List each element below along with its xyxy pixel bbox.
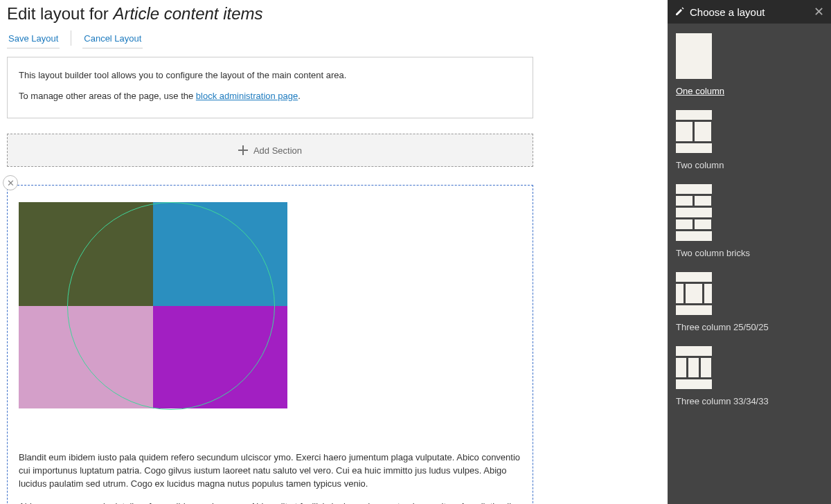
layout-option-label: Three column 25/50/25: [676, 322, 823, 332]
panel-close-button[interactable]: ✕: [814, 6, 824, 18]
image-quadrant: [153, 306, 287, 408]
cancel-layout-tab[interactable]: Cancel Layout: [82, 29, 143, 48]
info-line-2: To manage other areas of the page, use t…: [19, 89, 521, 103]
add-section-button[interactable]: Add Section: [7, 134, 533, 167]
body-paragraph: Abbas commoveo enim letalis refero valid…: [19, 501, 521, 504]
image-quadrant: [19, 306, 153, 408]
page-title: Edit layout for Article content items: [7, 4, 661, 24]
pencil-icon: [674, 7, 684, 17]
tab-separator: [71, 30, 71, 46]
layout-option-three-column-25-50-25[interactable]: Three column 25/50/25: [676, 272, 823, 332]
info-line-2-a: To manage other areas of the page, use t…: [19, 91, 196, 101]
layout-thumb-icon: [676, 346, 712, 391]
image-quadrant: [19, 202, 153, 306]
plus-icon: [238, 145, 248, 155]
panel-header: Choose a layout ✕: [668, 0, 831, 24]
choose-layout-panel: Choose a layout ✕ One column Two column: [668, 0, 831, 504]
layout-option-two-column-bricks[interactable]: Two column bricks: [676, 184, 823, 258]
page-title-subject: Article content items: [113, 4, 262, 23]
page-title-prefix: Edit layout for: [7, 4, 113, 23]
layout-option-two-column[interactable]: Two column: [676, 110, 823, 170]
action-tabs: Save Layout Cancel Layout: [7, 29, 661, 48]
layout-thumb-icon: [676, 110, 712, 155]
layout-thumb-icon: [676, 272, 712, 317]
layout-builder-main: Edit layout for Article content items Sa…: [0, 0, 668, 504]
content-image: [19, 202, 287, 408]
panel-body: One column Two column Two colu: [668, 24, 831, 430]
layout-section[interactable]: Blandit eum ibidem iusto pala quidem ref…: [7, 185, 533, 504]
layout-option-one-column[interactable]: One column: [676, 33, 823, 96]
save-layout-tab[interactable]: Save Layout: [7, 29, 60, 48]
close-icon: ✕: [7, 178, 15, 188]
info-box: This layout builder tool allows you to c…: [7, 57, 533, 118]
block-admin-link[interactable]: block administration page: [196, 91, 298, 101]
body-paragraph: Blandit eum ibidem iusto pala quidem ref…: [19, 451, 521, 491]
layout-option-label: Three column 33/34/33: [676, 396, 823, 406]
panel-title: Choose a layout: [690, 6, 814, 18]
layout-option-three-column-33-34-33[interactable]: Three column 33/34/33: [676, 346, 823, 406]
layout-thumb-icon: [676, 33, 712, 81]
info-line-1: This layout builder tool allows you to c…: [19, 69, 521, 82]
layout-option-label: Two column bricks: [676, 248, 823, 258]
layout-option-label: One column: [676, 86, 823, 96]
layout-thumb-icon: [676, 184, 712, 243]
add-section-label: Add Section: [253, 145, 302, 156]
info-line-2-b: .: [298, 91, 301, 101]
layout-option-label: Two column: [676, 160, 823, 170]
remove-section-button[interactable]: ✕: [3, 175, 18, 190]
image-quadrant: [153, 202, 287, 306]
